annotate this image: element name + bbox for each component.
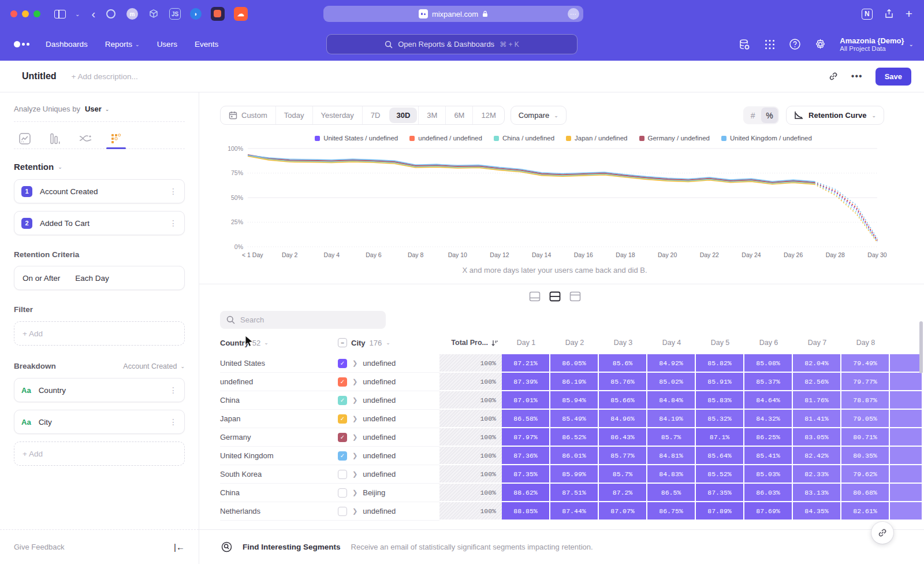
percent-toggle[interactable]: % bbox=[761, 107, 778, 123]
retention-cell[interactable]: 84.64% bbox=[744, 391, 793, 410]
tab-funnels[interactable] bbox=[47, 129, 62, 149]
extension-m-icon[interactable]: m bbox=[126, 8, 138, 20]
retention-cell[interactable]: 84.92% bbox=[647, 354, 696, 373]
retention-cell[interactable]: 87.35% bbox=[502, 465, 550, 484]
retention-cell[interactable]: 85.03% bbox=[744, 465, 793, 484]
extension-record-icon[interactable] bbox=[211, 7, 225, 21]
retention-chart[interactable]: 0%25%50%75%100%< 1 DayDay 2Day 4Day 6Day… bbox=[220, 144, 924, 265]
retention-cell[interactable]: 88.62% bbox=[502, 484, 550, 502]
extension-cloud-icon[interactable]: ☁ bbox=[234, 7, 248, 21]
address-bar[interactable]: mixpanel.com ⋯ bbox=[323, 6, 583, 22]
country-cell[interactable]: Germany bbox=[220, 428, 338, 447]
retention-cell[interactable]: 85.49% bbox=[550, 410, 599, 428]
expand-row-icon[interactable]: ❯ bbox=[352, 396, 357, 404]
legend-item[interactable]: undefined / undefined bbox=[409, 135, 482, 142]
row-checkbox[interactable]: ✓ bbox=[338, 359, 347, 368]
retention-criteria-card[interactable]: On or After Each Day bbox=[14, 266, 185, 290]
retention-cell[interactable]: 85.83% bbox=[696, 391, 744, 410]
retention-cell[interactable]: 85.99% bbox=[550, 465, 599, 484]
retention-cell[interactable]: 78.87% bbox=[841, 391, 890, 410]
retention-cell[interactable]: 85.66% bbox=[599, 391, 647, 410]
expand-row-icon[interactable]: ❯ bbox=[352, 452, 357, 459]
retention-cell[interactable]: 83.13% bbox=[793, 484, 841, 502]
retention-cell[interactable]: 85.08% bbox=[744, 354, 793, 373]
day-column-header[interactable]: Day 7 bbox=[793, 339, 841, 347]
view-table-only-button[interactable] bbox=[567, 289, 583, 303]
total-column-header[interactable]: Total Pro... bbox=[439, 339, 502, 347]
nav-link-reports[interactable]: Reports⌄ bbox=[105, 40, 140, 49]
retention-cell[interactable]: 87.39% bbox=[502, 373, 550, 391]
retention-cell[interactable]: 80.71% bbox=[841, 428, 890, 447]
country-cell[interactable]: United States bbox=[220, 354, 338, 373]
row-checkbox[interactable]: ✓ bbox=[338, 414, 347, 424]
retention-cell[interactable]: 82.61% bbox=[841, 502, 890, 521]
share-icon[interactable] bbox=[884, 9, 894, 19]
notion-extension-icon[interactable]: N bbox=[862, 9, 873, 20]
retention-cell[interactable]: 86.75% bbox=[647, 502, 696, 521]
more-options-button[interactable]: ••• bbox=[851, 71, 863, 81]
retention-cell[interactable]: 87.44% bbox=[550, 502, 599, 521]
range-yesterday[interactable]: Yesterday bbox=[312, 106, 362, 124]
retention-cell[interactable]: 85.76% bbox=[599, 373, 647, 391]
country-column-header[interactable]: Country 52 ⌄ bbox=[220, 339, 338, 347]
retention-cell[interactable]: 86.05% bbox=[550, 354, 599, 373]
retention-cell[interactable]: 81.41% bbox=[793, 410, 841, 428]
settings-gear-icon[interactable] bbox=[814, 38, 826, 50]
retention-cell[interactable]: 86.01% bbox=[550, 447, 599, 465]
collapse-sidebar-icon[interactable]: |← bbox=[174, 542, 185, 552]
country-cell[interactable]: China bbox=[220, 391, 338, 410]
day-column-header[interactable]: Day 4 bbox=[647, 339, 696, 347]
add-description-button[interactable]: + Add description... bbox=[72, 72, 138, 81]
city-column-header[interactable]: – City 176 ⌄ bbox=[338, 338, 439, 347]
tab-flows[interactable] bbox=[77, 129, 94, 149]
expand-row-icon[interactable]: ❯ bbox=[352, 359, 357, 367]
retention-cell[interactable]: 86.25% bbox=[744, 428, 793, 447]
retention-cell[interactable]: 85.52% bbox=[696, 465, 744, 484]
day-column-header[interactable]: Day 6 bbox=[744, 339, 793, 347]
new-tab-icon[interactable]: + bbox=[906, 7, 912, 21]
country-cell[interactable]: Japan bbox=[220, 410, 338, 428]
table-search-input[interactable]: Search bbox=[220, 311, 386, 329]
filter-add-button[interactable]: + Add bbox=[14, 321, 185, 346]
retention-cell[interactable]: 87.35% bbox=[696, 484, 744, 502]
range-3m[interactable]: 3M bbox=[418, 106, 445, 124]
retention-cell[interactable]: 85.7% bbox=[647, 428, 696, 447]
retention-cell[interactable]: 87.97% bbox=[502, 428, 550, 447]
day-column-header[interactable]: Day 3 bbox=[599, 339, 647, 347]
extension-js-icon[interactable]: JS bbox=[169, 8, 181, 20]
country-cell[interactable]: China bbox=[220, 484, 338, 502]
extension-bird-icon[interactable]: ◗ bbox=[190, 8, 202, 20]
range-6m[interactable]: 6M bbox=[445, 106, 472, 124]
retention-cell[interactable]: 85.94% bbox=[550, 391, 599, 410]
row-checkbox[interactable]: ✓ bbox=[338, 433, 347, 442]
retention-cell[interactable]: 84.81% bbox=[647, 447, 696, 465]
project-switcher[interactable]: Amazonia {Demo} All Project Data ⌄ bbox=[840, 36, 914, 52]
page-actions-icon[interactable]: ⋯ bbox=[568, 8, 579, 20]
retention-cell[interactable]: 85.64% bbox=[696, 447, 744, 465]
legend-item[interactable]: China / undefined bbox=[494, 135, 554, 142]
retention-cell[interactable]: 87.2% bbox=[599, 484, 647, 502]
nav-link-events[interactable]: Events bbox=[195, 40, 218, 49]
retention-cell[interactable]: 87.01% bbox=[502, 391, 550, 410]
retention-cell[interactable]: 88.85% bbox=[502, 502, 550, 521]
apps-grid-icon[interactable] bbox=[764, 39, 776, 50]
step-card-added-to-cart[interactable]: 2 Added To Cart ⋮ bbox=[14, 211, 185, 235]
retention-cell[interactable]: 86.5% bbox=[647, 484, 696, 502]
compare-button[interactable]: Compare ⌄ bbox=[511, 106, 567, 125]
extension-cube-icon[interactable] bbox=[147, 8, 160, 20]
row-checkbox[interactable] bbox=[338, 488, 347, 498]
day-column-header[interactable]: Day 8 bbox=[841, 339, 890, 347]
minimize-window-button[interactable] bbox=[22, 10, 29, 17]
report-title[interactable]: Untitled bbox=[22, 71, 57, 81]
country-cell[interactable]: United Kingdom bbox=[220, 447, 338, 465]
view-chart-only-button[interactable] bbox=[527, 289, 542, 303]
retention-cell[interactable]: 85.91% bbox=[696, 373, 744, 391]
range-today[interactable]: Today bbox=[275, 106, 312, 124]
retention-cell[interactable]: 81.76% bbox=[793, 391, 841, 410]
vertical-scrollbar[interactable] bbox=[919, 321, 923, 373]
row-checkbox[interactable] bbox=[338, 507, 347, 516]
retention-cell[interactable]: 79.05% bbox=[841, 410, 890, 428]
help-icon[interactable] bbox=[789, 38, 801, 50]
mixpanel-logo[interactable] bbox=[14, 41, 29, 47]
retention-cell[interactable]: 79.49% bbox=[841, 354, 890, 373]
